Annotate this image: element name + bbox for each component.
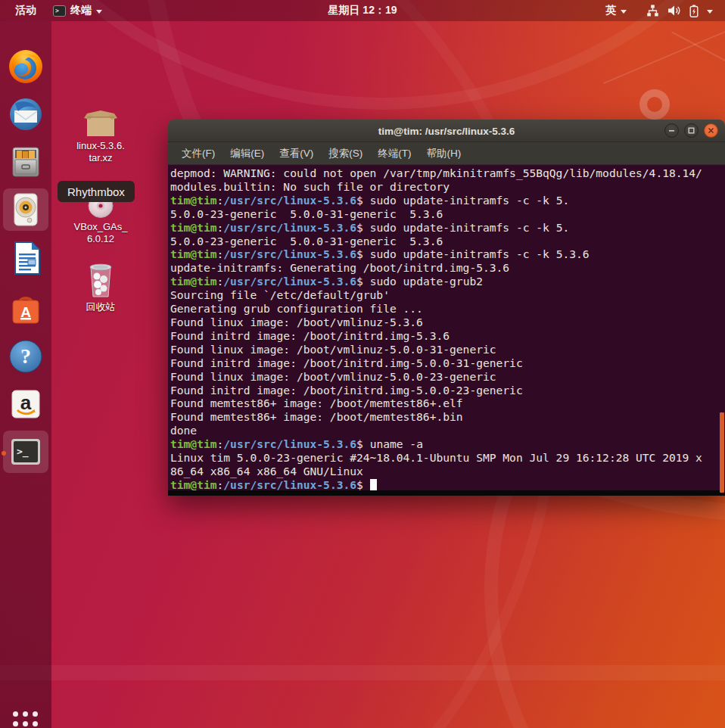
terminal-line: tim@tim:/usr/src/linux-5.3.6$ uname -a	[170, 437, 725, 451]
show-applications-button[interactable]	[13, 711, 39, 728]
show-applications-icon	[13, 711, 18, 717]
libreoffice-writer-icon	[8, 240, 44, 276]
svg-text:A: A	[20, 304, 31, 320]
trash-icon	[83, 261, 118, 299]
terminal-line: tim@tim:/usr/src/linux-5.3.6$ sudo updat…	[170, 221, 725, 235]
thunderbird-icon	[8, 96, 44, 132]
app-menu-button[interactable]: > 终端	[47, 0, 108, 21]
terminal-line: Found memtest86+ image: /boot/memtest86+…	[170, 410, 725, 424]
close-button[interactable]	[704, 123, 718, 138]
dock-item-amazon[interactable]: a	[8, 386, 44, 422]
terminal-line: tim@tim:/usr/src/linux-5.3.6$	[170, 478, 725, 490]
dock: A ? a	[0, 21, 51, 728]
desktop-icon-label: VBox_GAs_	[55, 221, 146, 233]
desktop-icon-label: linux-5.3.6.	[55, 140, 146, 152]
window-titlebar[interactable]: tim@tim: /usr/src/linux-5.3.6	[168, 120, 725, 142]
terminal-line: Sourcing file `/etc/default/grub'	[170, 288, 725, 302]
maximize-icon	[688, 127, 695, 134]
menu-help[interactable]: 帮助(H)	[419, 143, 469, 164]
help-icon: ?	[8, 338, 44, 375]
rhythmbox-icon	[8, 191, 44, 228]
menu-edit[interactable]: 编辑(E)	[222, 143, 272, 164]
terminal-cursor	[370, 479, 377, 490]
terminal-line: Found memtest86+ image: /boot/memtest86+…	[170, 397, 725, 410]
desktop-icon-trash[interactable]: 回收站	[55, 261, 146, 313]
menu-view[interactable]: 查看(V)	[272, 143, 321, 164]
dock-item-ubuntu-software[interactable]: A	[8, 291, 44, 327]
terminal-line: 5.0.0-23-generic 5.0.0-31-generic 5.3.6	[170, 207, 725, 221]
desktop: 活动 > 终端 星期日 12：19 英	[0, 0, 725, 728]
volume-icon	[667, 5, 681, 17]
terminal-app-icon: >	[53, 5, 66, 17]
wallpaper-band	[0, 665, 725, 680]
svg-text:?: ?	[20, 344, 31, 368]
wallpaper-line	[603, 26, 725, 84]
activities-button[interactable]: 活动	[9, 0, 42, 21]
minimize-button[interactable]	[664, 123, 679, 138]
clock-label: 星期日 12：19	[328, 4, 397, 17]
system-status-area[interactable]	[640, 0, 719, 21]
running-indicator-dot	[2, 451, 6, 456]
terminal-line: Found initrd image: /boot/initrd.img-5.0…	[170, 356, 725, 370]
terminal-line: tim@tim:/usr/src/linux-5.3.6$ sudo updat…	[170, 247, 725, 261]
svg-text:>_: >_	[17, 446, 29, 458]
maximize-button[interactable]	[684, 123, 699, 138]
terminal-line: 86_64 x86_64 x86_64 GNU/Linux	[170, 465, 725, 478]
close-icon	[708, 127, 714, 134]
chevron-down-icon	[621, 10, 627, 14]
dock-item-firefox[interactable]	[8, 48, 44, 85]
terminal-line: Found linux image: /boot/vmlinuz-5.3.6	[170, 316, 725, 329]
chevron-down-icon	[707, 10, 713, 14]
firefox-icon	[8, 48, 44, 85]
terminal-line: Generating grub configuration file ...	[170, 302, 725, 316]
terminal-output[interactable]: depmod: WARNING: could not open /var/tmp…	[168, 165, 725, 490]
network-wired-icon	[646, 5, 659, 17]
terminal-line: Found linux image: /boot/vmlinuz-5.0.0-2…	[170, 370, 725, 384]
wallpaper-line	[671, 32, 725, 79]
ubuntu-software-icon: A	[8, 291, 44, 327]
terminal-line: Found linux image: /boot/vmlinuz-5.0.0-3…	[170, 343, 725, 356]
terminal-line: 5.0.0-23-generic 5.0.0-31-generic 5.3.6	[170, 235, 725, 248]
input-method-indicator[interactable]: 英	[599, 0, 633, 21]
dock-item-terminal[interactable]: >_	[8, 434, 44, 470]
terminal-menubar: 文件(F) 编辑(E) 查看(V) 搜索(S) 终端(T) 帮助(H)	[168, 142, 725, 165]
app-menu-label: 终端	[70, 4, 92, 17]
amazon-icon: a	[8, 386, 44, 422]
top-bar: 活动 > 终端 星期日 12：19 英	[0, 0, 725, 21]
dock-item-help[interactable]: ?	[8, 338, 44, 375]
wallpaper-ring	[639, 89, 670, 120]
desktop-icon-label: 回收站	[55, 301, 146, 313]
archive-icon	[82, 107, 119, 138]
activities-label: 活动	[15, 4, 36, 17]
svg-text:a: a	[20, 391, 32, 414]
terminal-line: tim@tim:/usr/src/linux-5.3.6$ sudo updat…	[170, 194, 725, 207]
dock-item-files[interactable]	[8, 144, 44, 180]
dock-item-thunderbird[interactable]	[8, 96, 44, 132]
dock-tooltip: Rhythmbox	[58, 181, 135, 202]
terminal-line: done	[170, 424, 725, 437]
desktop-icon-label: tar.xz	[55, 152, 146, 164]
terminal-bottom-edge	[168, 490, 725, 496]
terminal-line: depmod: WARNING: could not open /var/tmp…	[170, 166, 725, 180]
terminal-line: tim@tim:/usr/src/linux-5.3.6$ sudo updat…	[170, 275, 725, 288]
terminal-scrollbar-thumb[interactable]	[720, 412, 724, 493]
menu-search[interactable]: 搜索(S)	[321, 143, 370, 164]
clock-button[interactable]: 星期日 12：19	[328, 0, 397, 21]
terminal-line: Found initrd image: /boot/initrd.img-5.0…	[170, 384, 725, 397]
menu-file[interactable]: 文件(F)	[174, 143, 222, 164]
desktop-icon-archive[interactable]: linux-5.3.6. tar.xz	[55, 107, 146, 164]
menu-terminal[interactable]: 终端(T)	[370, 143, 419, 164]
dock-item-libreoffice-writer[interactable]	[8, 240, 44, 276]
dock-tooltip-label: Rhythmbox	[67, 185, 125, 198]
files-icon	[8, 144, 44, 180]
minimize-icon	[668, 127, 675, 134]
terminal-line: update-initramfs: Generating /boot/initr…	[170, 261, 725, 275]
window-title: tim@tim: /usr/src/linux-5.3.6	[168, 120, 725, 142]
dock-item-rhythmbox[interactable]	[8, 191, 44, 228]
terminal-window: tim@tim: /usr/src/linux-5.3.6 文件(F) 编辑(E…	[168, 120, 725, 496]
desktop-icon-label: 6.0.12	[55, 233, 146, 245]
battery-icon	[689, 5, 699, 17]
chevron-down-icon	[96, 10, 102, 14]
terminal-line: modules.builtin: No such file or directo…	[170, 180, 725, 194]
terminal-line: Linux tim 5.0.0-23-generic #24~18.04.1-U…	[170, 451, 725, 465]
